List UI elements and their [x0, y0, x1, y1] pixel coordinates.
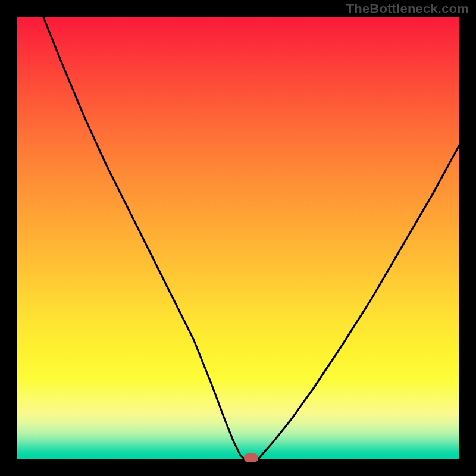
operating-point-marker [244, 453, 258, 462]
bottleneck-curve [17, 17, 459, 459]
watermark-text: TheBottleneck.com [346, 1, 469, 17]
chart-area [17, 17, 459, 459]
